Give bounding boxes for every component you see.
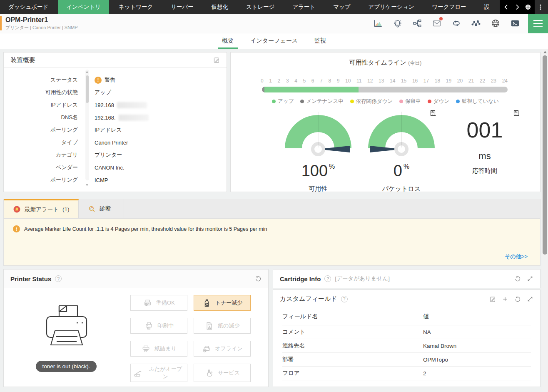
scroll-thumb[interactable] — [543, 55, 547, 255]
gauge-value: 100 — [301, 162, 328, 180]
legend-item: 監視していない — [456, 98, 499, 105]
field-value-cell: NA — [423, 329, 431, 335]
refresh-icon[interactable] — [514, 296, 521, 302]
field-name-cell: コメント — [282, 328, 423, 336]
printer-state-button[interactable]: ふたがオープン — [130, 364, 187, 382]
warning-icon: ! — [95, 77, 102, 84]
alert-tab[interactable]: 最新アラート (1) — [4, 199, 79, 218]
paper-low-icon — [204, 321, 214, 331]
alert-tab-label: 最新アラート — [25, 206, 59, 213]
topnav-controls — [500, 0, 548, 14]
report-icon[interactable] — [513, 110, 520, 118]
field-value-cell: 2 — [423, 370, 426, 377]
device-summary-fields: ステータス ! 警告 可用性の状態 — [4, 68, 227, 186]
topnav-item[interactable]: ダッシュボード — [0, 0, 57, 14]
printer-state-button[interactable]: トナー減少 — [194, 295, 251, 311]
page-tab[interactable]: インターフェース — [249, 37, 299, 49]
timeline-legend: アップ メンテナンス中 依存関係ダウン — [231, 98, 540, 105]
alarm-bell-icon[interactable] — [393, 19, 402, 28]
table-row: フロア 2 — [282, 367, 531, 380]
printer-state-button[interactable]: サービス — [194, 364, 251, 382]
help-icon[interactable]: ? — [324, 275, 331, 282]
page-tab[interactable]: 概要 — [221, 37, 234, 49]
topnav-item[interactable]: ストレージ — [238, 0, 283, 14]
printer-illustration — [35, 300, 97, 353]
field-label: IPアドレス — [4, 101, 78, 109]
printer-state-button[interactable]: 紙の減少 — [194, 318, 251, 334]
field-name-cell: 連絡先名 — [282, 342, 423, 350]
response-time-unit: ms — [478, 152, 491, 161]
cartridge-info-title: Cartridge Info — [280, 275, 321, 282]
refresh-icon[interactable] — [255, 275, 262, 282]
topnav-item[interactable]: マップ — [325, 0, 359, 14]
cartridge-info-panel: Cartridge Info ? [データがありません] — [273, 269, 541, 288]
printer-ready-icon — [143, 298, 152, 308]
globe-icon[interactable] — [491, 19, 500, 28]
topnav-item[interactable]: アプリケーション — [360, 0, 422, 14]
printer-state-button[interactable]: 準備OK — [130, 295, 187, 311]
hour-label: 0 — [261, 78, 264, 84]
availability-timeline-bar[interactable] — [262, 87, 508, 92]
alert-tab-count: (1) — [62, 206, 70, 212]
topology-icon[interactable] — [413, 19, 422, 28]
topnav-item[interactable]: インベントリ — [58, 0, 109, 14]
printer-state-button[interactable]: 紙詰まり — [130, 341, 187, 357]
printer-status-buttons: 準備OK トナー減少 印刷中 — [130, 295, 251, 387]
help-icon[interactable]: ? — [341, 296, 348, 302]
hour-label: 3 — [286, 78, 289, 84]
page-tab[interactable]: 監視 — [314, 37, 327, 49]
legend-dot-icon — [350, 100, 354, 103]
custom-fields-panel: カスタムフィールド ? フィールド名 値 — [273, 290, 541, 387]
edit-icon[interactable] — [489, 296, 496, 302]
topnav-item[interactable]: 設 — [476, 0, 498, 14]
terminal-icon[interactable] — [511, 19, 520, 28]
toner-low-icon — [202, 298, 212, 308]
response-time-label: 応答時間 — [472, 167, 497, 175]
alert-tab[interactable]: 診断 — [79, 199, 124, 218]
pulse-graph-icon[interactable] — [471, 19, 481, 28]
link-loop-icon[interactable] — [452, 19, 461, 28]
kebab-menu-icon[interactable] — [537, 4, 544, 10]
printer-state-button[interactable]: 印刷中 — [130, 318, 187, 334]
printer-state-button[interactable]: オフライン — [194, 341, 251, 357]
topnav-item[interactable]: ネットワーク — [110, 0, 162, 14]
scroll-thumb[interactable] — [86, 75, 89, 103]
legend-label: ダウン — [433, 98, 449, 105]
topnav-item[interactable]: サーバー — [162, 0, 202, 14]
expand-icon[interactable] — [527, 296, 533, 302]
topnav-item[interactable]: ワークフロー — [423, 0, 474, 14]
topnav-item[interactable]: アラート — [284, 0, 324, 14]
scroll-up-icon[interactable] — [86, 71, 88, 73]
scroll-down-icon[interactable] — [86, 184, 88, 186]
device-summary-row: DNS名 ! 192.168. — [4, 111, 227, 124]
refresh-icon[interactable] — [514, 275, 521, 282]
page-scrollbar[interactable] — [542, 49, 548, 392]
gauge-value: 0 — [394, 162, 402, 180]
device-summary-row: カテゴリ ! プリンター — [4, 149, 227, 161]
gauge — [285, 115, 351, 156]
chevron-left-icon[interactable] — [503, 4, 510, 10]
hamburger-menu-icon[interactable] — [528, 14, 548, 33]
add-icon[interactable] — [502, 296, 508, 302]
summary-scrollbar[interactable] — [85, 70, 89, 180]
topnav-item[interactable]: 仮想化 — [203, 0, 237, 14]
column-header: 値 — [423, 313, 429, 320]
help-icon[interactable]: ? — [55, 275, 62, 282]
expand-icon[interactable] — [527, 275, 533, 282]
hour-label: 4 — [294, 78, 297, 84]
warning-icon: ! — [13, 225, 20, 232]
printer-status-title: Printer Status — [10, 275, 51, 282]
field-label: カテゴリ — [4, 151, 78, 159]
alert-bell-icon — [13, 205, 21, 213]
mail-icon[interactable] — [432, 19, 441, 28]
chevron-right-icon[interactable] — [514, 4, 521, 10]
field-label: ステータス — [4, 76, 78, 84]
scroll-up-icon[interactable] — [543, 51, 547, 53]
printer-state-label: 印刷中 — [157, 322, 174, 330]
edit-icon[interactable] — [213, 57, 220, 63]
collapse-icon[interactable] — [525, 4, 531, 10]
field-value: アップ — [95, 89, 111, 96]
more-alerts-link[interactable]: その他>> — [505, 253, 528, 260]
hour-label: 20 — [457, 78, 463, 84]
area-chart-icon[interactable] — [374, 19, 383, 28]
